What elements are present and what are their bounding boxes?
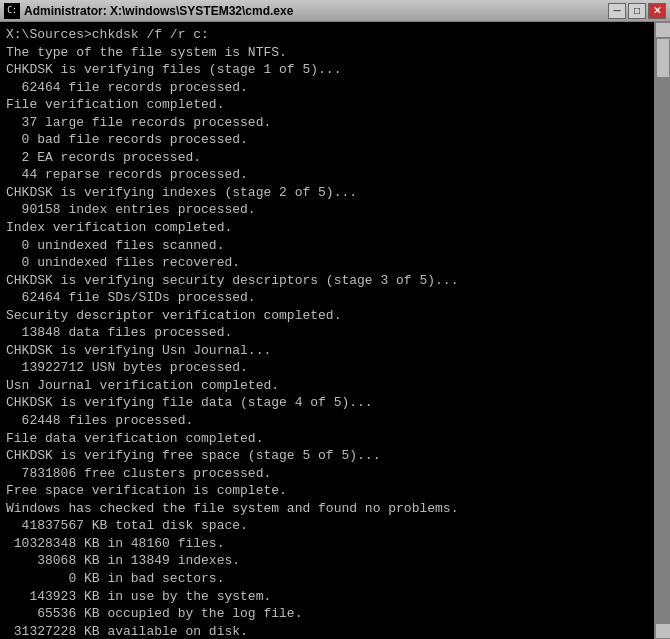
- console-line: Windows has checked the file system and …: [6, 500, 646, 518]
- console-line: CHKDSK is verifying free space (stage 5 …: [6, 447, 646, 465]
- scroll-up-arrow[interactable]: ▲: [655, 22, 671, 38]
- window-controls: ─ □ ✕: [608, 3, 666, 19]
- scrollbar-thumb[interactable]: [656, 38, 670, 78]
- console-line: CHKDSK is verifying Usn Journal...: [6, 342, 646, 360]
- scrollbar[interactable]: ▲ ▼: [654, 22, 670, 639]
- console-line: The type of the file system is NTFS.: [6, 44, 646, 62]
- cmd-icon: C:: [4, 3, 20, 19]
- console-line: 38068 KB in 13849 indexes.: [6, 552, 646, 570]
- title-bar: C: Administrator: X:\windows\SYSTEM32\cm…: [0, 0, 670, 22]
- console-line: 0 unindexed files recovered.: [6, 254, 646, 272]
- title-bar-text: Administrator: X:\windows\SYSTEM32\cmd.e…: [24, 4, 293, 18]
- console-line: Index verification completed.: [6, 219, 646, 237]
- console-line: 13848 data files processed.: [6, 324, 646, 342]
- console-window: X:\Sources>chkdsk /f /r c:The type of th…: [0, 22, 670, 639]
- console-line: 10328348 KB in 48160 files.: [6, 535, 646, 553]
- console-line: 62464 file records processed.: [6, 79, 646, 97]
- console-line: 0 KB in bad sectors.: [6, 570, 646, 588]
- minimize-button[interactable]: ─: [608, 3, 626, 19]
- console-line: 37 large file records processed.: [6, 114, 646, 132]
- console-line: CHKDSK is verifying indexes (stage 2 of …: [6, 184, 646, 202]
- console-line: 41837567 KB total disk space.: [6, 517, 646, 535]
- console-line: Free space verification is complete.: [6, 482, 646, 500]
- console-line: File data verification completed.: [6, 430, 646, 448]
- console-line: 0 bad file records processed.: [6, 131, 646, 149]
- console-output: X:\Sources>chkdsk /f /r c:The type of th…: [6, 26, 664, 639]
- console-line: CHKDSK is verifying security descriptors…: [6, 272, 646, 290]
- console-line: 62448 files processed.: [6, 412, 646, 430]
- console-line: 44 reparse records processed.: [6, 166, 646, 184]
- title-bar-left: C: Administrator: X:\windows\SYSTEM32\cm…: [4, 3, 293, 19]
- maximize-button[interactable]: □: [628, 3, 646, 19]
- console-line: X:\Sources>chkdsk /f /r c:: [6, 26, 646, 44]
- close-button[interactable]: ✕: [648, 3, 666, 19]
- console-line: CHKDSK is verifying file data (stage 4 o…: [6, 394, 646, 412]
- console-line: 7831806 free clusters processed.: [6, 465, 646, 483]
- console-line: 62464 file SDs/SIDs processed.: [6, 289, 646, 307]
- console-line: CHKDSK is verifying files (stage 1 of 5)…: [6, 61, 646, 79]
- console-line: 13922712 USN bytes processed.: [6, 359, 646, 377]
- scrollbar-track[interactable]: [655, 38, 670, 623]
- console-line: Security descriptor verification complet…: [6, 307, 646, 325]
- console-line: 143923 KB in use by the system.: [6, 588, 646, 606]
- console-line: 0 unindexed files scanned.: [6, 237, 646, 255]
- console-line: 65536 KB occupied by the log file.: [6, 605, 646, 623]
- console-line: Usn Journal verification completed.: [6, 377, 646, 395]
- scroll-down-arrow[interactable]: ▼: [655, 623, 671, 639]
- console-line: 90158 index entries processed.: [6, 201, 646, 219]
- console-line: 31327228 KB available on disk.: [6, 623, 646, 639]
- console-line: 2 EA records processed.: [6, 149, 646, 167]
- console-line: File verification completed.: [6, 96, 646, 114]
